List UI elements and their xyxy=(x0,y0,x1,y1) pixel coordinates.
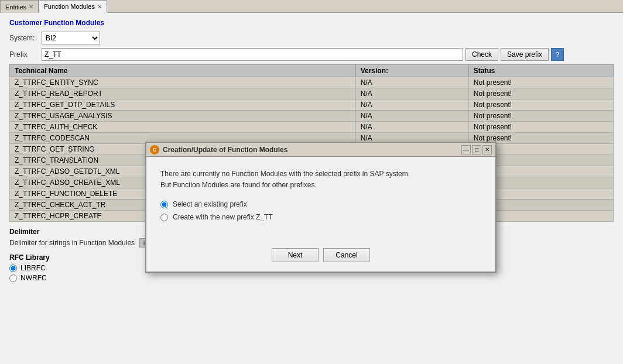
rfc-nwrfc-row: NWRFC xyxy=(9,274,614,282)
system-row: System: BI2 xyxy=(9,32,614,44)
col-technical-name: Technical Name xyxy=(10,65,356,77)
table-cell-status: Not present! xyxy=(468,122,613,133)
table-cell-status: Not present! xyxy=(468,88,613,99)
table-cell-name: Z_TTRFC_AUTH_CHECK xyxy=(10,122,356,133)
modal-footer: Next Cancel xyxy=(146,242,495,272)
table-cell-name: Z_TTRFC_READ_REPORT xyxy=(10,88,356,99)
system-label: System: xyxy=(9,34,42,42)
table-row: Z_TTRFC_ENTITY_SYNCN/ANot present! xyxy=(10,77,614,88)
next-button[interactable]: Next xyxy=(272,248,319,262)
modal-radio-existing-row: Select an existing prefix xyxy=(160,200,481,208)
modal-body: There are currently no Function Modules … xyxy=(146,157,495,242)
check-button[interactable]: Check xyxy=(465,48,498,61)
table-row: Z_TTRFC_GET_DTP_DETAILSN/ANot present! xyxy=(10,99,614,111)
section-title: Customer Function Modules xyxy=(9,19,614,27)
modal-close-btn[interactable]: ✕ xyxy=(482,145,492,154)
modal-radio-new-row: Create with the new prefix Z_TT xyxy=(160,213,481,221)
table-cell-name: Z_TTRFC_ENTITY_SYNC xyxy=(10,77,356,88)
table-row: Z_TTRFC_READ_REPORTN/ANot present! xyxy=(10,88,614,99)
modal-titlebar: C Creation/Update of Function Modules — … xyxy=(146,143,495,157)
rfc-librfc-radio[interactable] xyxy=(9,265,17,272)
delimiter-label: Delimiter for strings in Function Module… xyxy=(9,239,135,247)
modal-message-line2: But Function Modules are found for other… xyxy=(160,181,317,189)
col-status: Status xyxy=(468,65,613,77)
table-cell-name: Z_TTRFC_GET_DTP_DETAILS xyxy=(10,99,356,111)
rfc-nwrfc-label: NWRFC xyxy=(20,274,47,282)
table-row: Z_TTRFC_AUTH_CHECKN/ANot present! xyxy=(10,122,614,133)
table-cell-version: N/A xyxy=(355,122,468,133)
modal-minimize-btn[interactable]: — xyxy=(461,145,471,154)
table-cell-version: N/A xyxy=(355,77,468,88)
modal-title-left: C Creation/Update of Function Modules xyxy=(150,145,287,154)
table-row: Z_TTRFC_USAGE_ANALYSISN/ANot present! xyxy=(10,111,614,122)
modal-dialog: C Creation/Update of Function Modules — … xyxy=(145,142,497,273)
function-modules-tab-close[interactable]: ✕ xyxy=(97,4,102,10)
entities-tab-close[interactable]: ✕ xyxy=(29,4,33,10)
table-cell-version: N/A xyxy=(355,99,468,111)
modal-maximize-btn[interactable]: □ xyxy=(472,145,481,154)
rfc-librfc-label: LIBRFC xyxy=(20,264,46,272)
table-cell-version: N/A xyxy=(355,111,468,122)
radio-new-label: Create with the new prefix Z_TT xyxy=(173,213,273,221)
prefix-row: Prefix Check Save prefix ? xyxy=(9,48,614,61)
help-button[interactable]: ? xyxy=(551,48,564,61)
modal-message-line1: There are currently no Function Modules … xyxy=(160,170,410,178)
table-cell-status: Not present! xyxy=(468,111,613,122)
prefix-label: Prefix xyxy=(9,50,42,59)
radio-new-prefix[interactable] xyxy=(160,214,168,221)
table-cell-version: N/A xyxy=(355,88,468,99)
save-prefix-button[interactable]: Save prefix xyxy=(501,48,549,61)
col-version: Version: xyxy=(355,65,468,77)
table-cell-name: Z_TTRFC_USAGE_ANALYSIS xyxy=(10,111,356,122)
prefix-input[interactable] xyxy=(42,48,463,61)
entities-tab-label: Entities xyxy=(5,4,26,11)
modal-title-text: Creation/Update of Function Modules xyxy=(163,146,287,154)
system-select[interactable]: BI2 xyxy=(42,32,100,44)
radio-existing-prefix[interactable] xyxy=(160,201,168,208)
radio-existing-label: Select an existing prefix xyxy=(173,200,247,208)
tab-function-modules[interactable]: Function Modules ✕ xyxy=(39,0,107,13)
cancel-button[interactable]: Cancel xyxy=(323,248,370,262)
tab-bar: Entities ✕ Function Modules ✕ xyxy=(0,0,623,13)
tab-entities[interactable]: Entities ✕ xyxy=(0,0,39,13)
rfc-nwrfc-radio[interactable] xyxy=(9,274,17,282)
modal-message: There are currently no Function Modules … xyxy=(160,169,481,191)
function-modules-tab-label: Function Modules xyxy=(44,3,95,10)
modal-app-icon: C xyxy=(150,145,159,154)
table-cell-status: Not present! xyxy=(468,77,613,88)
modal-radio-section: Select an existing prefix Create with th… xyxy=(160,200,481,221)
modal-controls: — □ ✕ xyxy=(461,145,492,154)
table-cell-status: Not present! xyxy=(468,99,613,111)
